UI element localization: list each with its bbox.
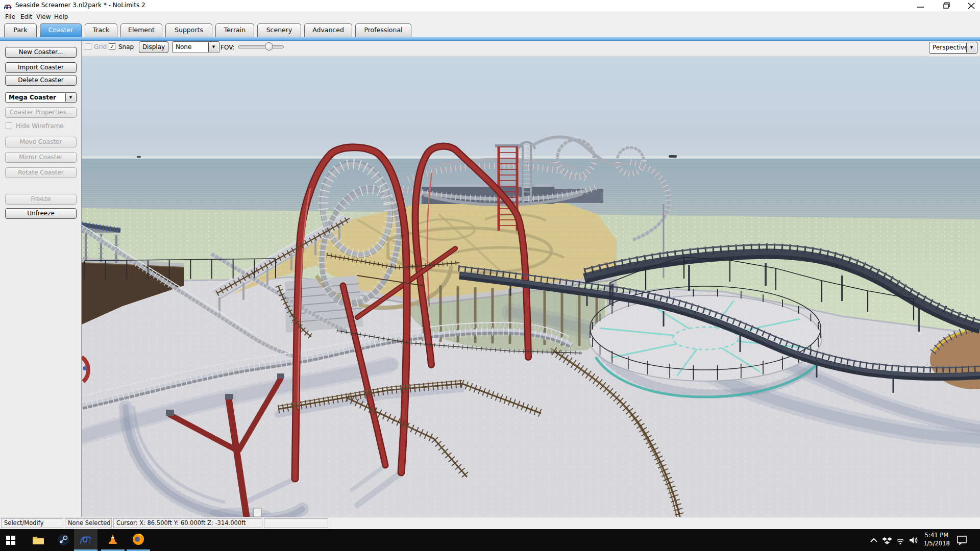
start-button[interactable] bbox=[5, 535, 17, 546]
clock-date: 1/5/2018 bbox=[921, 539, 952, 547]
snap-checkbox[interactable]: ✓ bbox=[109, 43, 115, 50]
app-icon bbox=[4, 2, 12, 10]
window-title: Seaside Screamer 3.nl2park * - NoLimits … bbox=[15, 2, 145, 9]
menu-bar: File Edit View Help bbox=[0, 11, 980, 22]
chevron-down-icon[interactable]: ▼ bbox=[966, 43, 976, 53]
taskbar-clock[interactable]: 5:41 PM 1/5/2018 bbox=[921, 531, 952, 547]
grid-label: Grid bbox=[94, 43, 107, 51]
menu-file[interactable]: File bbox=[2, 13, 18, 21]
coaster-car-glimpse2 bbox=[83, 366, 87, 370]
menu-help[interactable]: Help bbox=[51, 13, 71, 21]
tab-terrain[interactable]: Terrain bbox=[215, 23, 254, 37]
close-button[interactable] bbox=[964, 2, 979, 10]
delete-coaster-button[interactable]: Delete Coaster bbox=[5, 75, 77, 86]
hide-wireframe-label: Hide Wireframe bbox=[16, 122, 64, 130]
status-selection: None Selected bbox=[65, 518, 112, 528]
coaster-sidebar: New Coaster... Import Coaster Delete Coa… bbox=[0, 41, 82, 517]
file-explorer-icon[interactable] bbox=[32, 534, 45, 546]
menu-edit[interactable]: Edit bbox=[17, 13, 35, 21]
vlc-taskbar-button[interactable] bbox=[101, 529, 125, 549]
tab-advanced[interactable]: Advanced bbox=[304, 23, 352, 37]
status-bar: Select/Modify None Selected Cursor: X: 8… bbox=[0, 517, 980, 529]
grid-checkbox[interactable] bbox=[85, 43, 91, 50]
status-extra bbox=[264, 518, 328, 528]
tab-professional[interactable]: Professional bbox=[355, 23, 411, 37]
rotate-coaster-button[interactable]: Rotate Coaster bbox=[5, 167, 77, 178]
camera-mode-dropdown[interactable]: Perspective ▼ bbox=[929, 42, 977, 54]
volume-icon bbox=[910, 537, 917, 543]
chevron-down-icon[interactable]: ▼ bbox=[65, 93, 76, 102]
tab-track[interactable]: Track bbox=[85, 23, 117, 37]
fov-slider-thumb[interactable] bbox=[265, 42, 273, 51]
status-mode: Select/Modify bbox=[1, 518, 63, 528]
display-button[interactable]: Display bbox=[139, 41, 168, 53]
hide-wireframe-checkbox[interactable] bbox=[6, 122, 12, 129]
system-tray bbox=[868, 534, 921, 546]
firefox-icon bbox=[132, 533, 145, 546]
tab-scenery[interactable]: Scenery bbox=[257, 23, 301, 37]
toolbar: Grid ✓ Snap Display None ▼ FOV: Perspect… bbox=[82, 41, 980, 57]
display-mode-value: None bbox=[176, 43, 191, 51]
fov-label: FOV: bbox=[220, 44, 234, 51]
title-bar: Seaside Screamer 3.nl2park * - NoLimits … bbox=[0, 0, 980, 11]
firefox-taskbar-button[interactable] bbox=[127, 529, 150, 549]
move-coaster-button[interactable]: Move Coaster bbox=[5, 137, 77, 147]
nolimits2-taskbar-button[interactable] bbox=[74, 529, 97, 549]
action-center-icon[interactable] bbox=[955, 535, 969, 546]
mirror-coaster-button[interactable]: Mirror Coaster bbox=[5, 152, 77, 163]
tab-supports[interactable]: Supports bbox=[165, 23, 212, 37]
tab-bar: Park Coaster Track Element Supports Terr… bbox=[0, 22, 980, 37]
chevron-down-icon[interactable]: ▼ bbox=[208, 42, 218, 52]
snap-label: Snap bbox=[118, 43, 134, 51]
unfreeze-button[interactable]: Unfreeze bbox=[5, 208, 77, 219]
steam-icon[interactable] bbox=[57, 534, 70, 546]
import-coaster-button[interactable]: Import Coaster bbox=[5, 62, 77, 73]
tray-chevron-icon bbox=[871, 539, 877, 542]
status-cursor: Cursor: X: 86.500ft Y: 60.000ft Z: -314.… bbox=[113, 518, 262, 528]
ship bbox=[669, 155, 677, 158]
viewport-3d[interactable] bbox=[82, 57, 980, 517]
coaster-3d-scene bbox=[82, 57, 980, 517]
coaster-type-dropdown[interactable]: Mega Coaster ▼ bbox=[5, 92, 77, 103]
coaster-type-value: Mega Coaster bbox=[9, 94, 56, 101]
restore-button[interactable] bbox=[938, 2, 953, 10]
tab-park[interactable]: Park bbox=[4, 23, 37, 37]
new-coaster-button[interactable]: New Coaster... bbox=[5, 47, 77, 58]
display-mode-dropdown[interactable]: None ▼ bbox=[172, 41, 219, 53]
freeze-button[interactable]: Freeze bbox=[5, 194, 77, 205]
tab-coaster[interactable]: Coaster bbox=[40, 23, 82, 37]
taskbar: 5:41 PM 1/5/2018 bbox=[0, 529, 980, 551]
camera-mode-value: Perspective bbox=[933, 44, 968, 51]
small-sign bbox=[254, 508, 261, 517]
ship-small bbox=[137, 156, 141, 158]
vlc-icon bbox=[106, 533, 119, 546]
nolimits2-icon bbox=[79, 533, 92, 546]
wifi-icon bbox=[897, 539, 903, 544]
minimize-button[interactable] bbox=[913, 2, 928, 10]
fov-slider-track[interactable] bbox=[238, 45, 284, 48]
tab-element[interactable]: Element bbox=[120, 23, 162, 37]
selected-tab-accent-strip bbox=[0, 37, 980, 41]
clock-time: 5:41 PM bbox=[921, 531, 952, 539]
dropbox-icon bbox=[882, 537, 892, 544]
coaster-properties-button[interactable]: Coaster Properties... bbox=[5, 107, 77, 118]
